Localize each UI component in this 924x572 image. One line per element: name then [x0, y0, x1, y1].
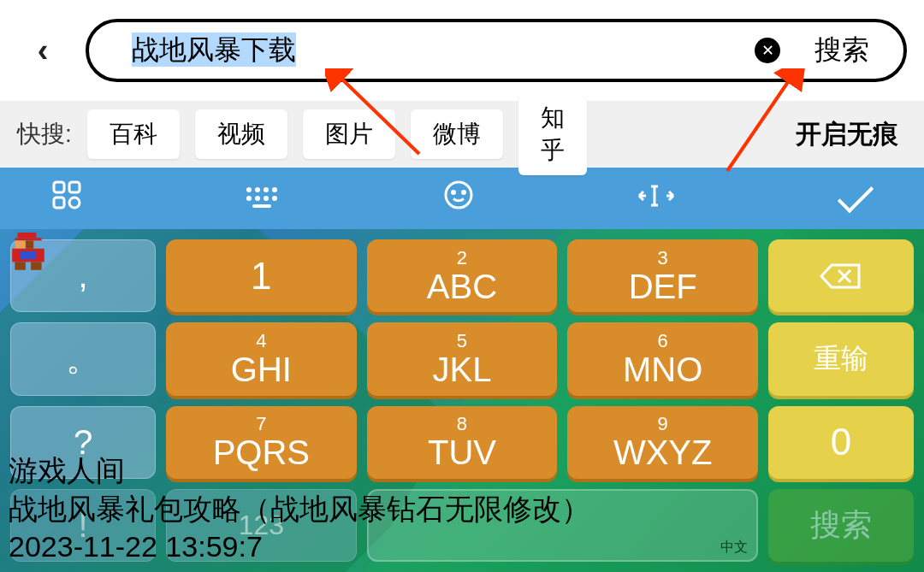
keyboard-grid-icon[interactable] — [244, 182, 281, 215]
svg-rect-25 — [15, 262, 26, 269]
key-6-mno[interactable]: 6MNO — [567, 322, 758, 395]
qs-item-baike[interactable]: 百科 — [87, 109, 180, 159]
key-zero[interactable]: 0 — [768, 406, 914, 479]
key-3-def[interactable]: 3DEF — [567, 239, 758, 312]
qs-item-video[interactable]: 视频 — [195, 109, 287, 159]
emoji-icon[interactable] — [443, 180, 474, 217]
svg-point-7 — [272, 187, 277, 192]
svg-point-13 — [446, 182, 471, 208]
watermark-overlay: 游戏人间 战地风暴礼包攻略（战地风暴钻石无限修改） 2023-11-22 13:… — [9, 451, 590, 565]
key-retype[interactable]: 重输 — [768, 322, 914, 395]
key-4-ghi[interactable]: 4GHI — [166, 322, 357, 395]
svg-rect-0 — [54, 182, 64, 192]
cursor-icon[interactable] — [636, 182, 677, 215]
key-2-abc[interactable]: 2ABC — [367, 239, 558, 312]
svg-point-3 — [69, 198, 80, 208]
key-search-action[interactable]: 搜索 — [768, 489, 914, 562]
key-5-jkl[interactable]: 5JKL — [367, 322, 558, 395]
clear-icon[interactable]: ✕ — [755, 38, 780, 63]
watermark-line1: 游戏人间 — [9, 451, 590, 489]
svg-rect-12 — [252, 204, 271, 208]
collapse-keyboard-icon[interactable] — [838, 193, 873, 203]
back-button[interactable]: ‹ — [17, 32, 68, 69]
svg-rect-19 — [18, 233, 37, 238]
svg-rect-1 — [69, 182, 80, 192]
svg-point-15 — [463, 192, 465, 194]
svg-point-8 — [246, 196, 252, 201]
svg-rect-22 — [26, 240, 33, 248]
svg-rect-21 — [15, 240, 26, 248]
svg-point-10 — [264, 196, 269, 201]
svg-rect-20 — [15, 238, 41, 240]
svg-point-4 — [246, 187, 252, 192]
annotation-arrow-left — [325, 68, 428, 162]
quick-search-label: 快搜: — [17, 118, 72, 150]
svg-rect-24 — [21, 251, 37, 259]
svg-rect-2 — [54, 198, 64, 208]
svg-point-6 — [264, 187, 269, 192]
key-1[interactable]: 1 — [166, 239, 357, 312]
key-9-wxyz[interactable]: 9WXYZ — [567, 406, 758, 479]
svg-point-5 — [255, 187, 260, 192]
search-button[interactable]: 搜索 — [806, 32, 878, 69]
key-period[interactable]: 。 — [10, 322, 156, 395]
watermark-line2: 战地风暴礼包攻略（战地风暴钻石无限修改） — [9, 490, 590, 528]
svg-point-14 — [453, 192, 455, 194]
apps-icon[interactable] — [51, 180, 82, 217]
qs-item-zhihu[interactable]: 知乎 — [518, 93, 587, 175]
svg-line-30 — [727, 77, 791, 171]
svg-point-9 — [255, 196, 260, 201]
annotation-arrow-right — [719, 68, 821, 180]
svg-rect-26 — [31, 262, 42, 269]
mario-sprite-icon — [7, 233, 50, 275]
watermark-line3: 2023-11-22 13:59:7 — [9, 528, 590, 565]
search-input[interactable]: 战地风暴下载 — [132, 32, 755, 69]
key-backspace[interactable] — [768, 239, 914, 312]
svg-point-11 — [272, 196, 277, 201]
svg-line-29 — [338, 75, 419, 154]
